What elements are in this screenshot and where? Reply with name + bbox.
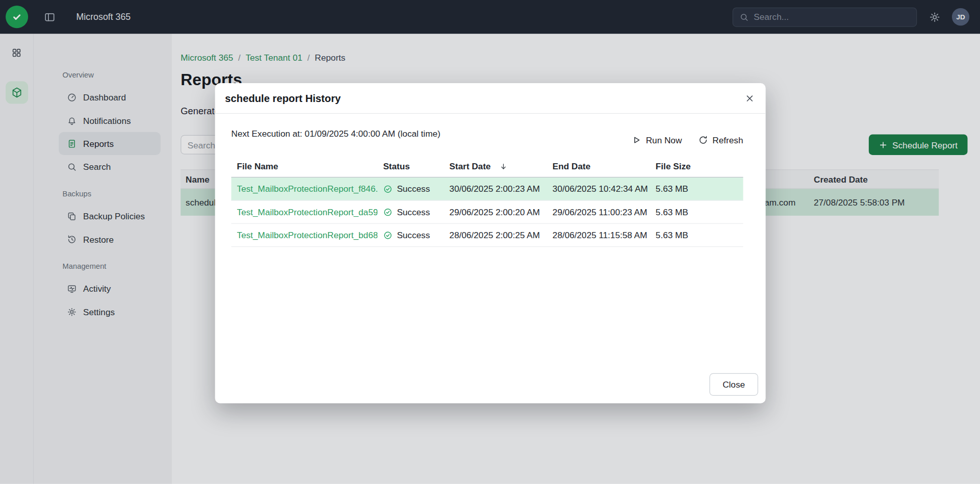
end-date-cell: 30/06/2025 10:42:34 AM: [547, 184, 650, 194]
history-row[interactable]: Test_MailboxProtectionReport_f846...Succ…: [231, 177, 743, 200]
history-row[interactable]: Test_MailboxProtectionReport_bd68...Succ…: [231, 224, 743, 247]
file-size-cell: 5.63 MB: [650, 207, 743, 217]
app-window: Microsoft 365 JD OverviewDashboardNotifi…: [0, 0, 980, 484]
modal-actions: Run Now Refresh: [632, 135, 743, 145]
success-check-icon: [383, 231, 392, 240]
modal-header: schedule report History: [215, 83, 766, 114]
status-text: Success: [397, 207, 430, 217]
report-file-link[interactable]: Test_MailboxProtectionReport_bd68...: [237, 230, 378, 240]
end-date-cell: 29/06/2025 11:00:23 AM: [547, 207, 650, 217]
next-execution-text: Next Execution at: 01/09/2025 4:00:00 AM…: [231, 129, 441, 139]
column-file-name: File Name: [231, 161, 378, 171]
success-check-icon: [383, 184, 392, 193]
refresh-icon: [698, 135, 708, 145]
play-icon: [632, 135, 642, 145]
success-check-icon: [383, 207, 392, 216]
refresh-button[interactable]: Refresh: [698, 135, 743, 145]
column-file-size: File Size: [650, 161, 743, 171]
modal-title: schedule report History: [225, 92, 341, 104]
modal-close-button[interactable]: [745, 93, 754, 103]
close-icon: [745, 93, 754, 103]
history-table: File Name Status Start Date End Date Fil…: [231, 161, 743, 247]
run-now-button[interactable]: Run Now: [632, 135, 682, 145]
history-table-header: File Name Status Start Date End Date Fil…: [231, 161, 743, 177]
report-file-link[interactable]: Test_MailboxProtectionReport_da59...: [237, 207, 378, 217]
report-file-link[interactable]: Test_MailboxProtectionReport_f846...: [237, 184, 378, 194]
modal-close-footer-button[interactable]: Close: [709, 373, 758, 396]
execution-row: Next Execution at: 01/09/2025 4:00:00 AM…: [231, 126, 743, 145]
status-text: Success: [397, 230, 430, 240]
modal-footer: Close: [215, 373, 766, 403]
column-start-date[interactable]: Start Date: [444, 161, 547, 171]
end-date-cell: 28/06/2025 11:15:58 AM: [547, 230, 650, 240]
modal-body: Next Execution at: 01/09/2025 4:00:00 AM…: [215, 114, 766, 373]
status-text: Success: [397, 184, 430, 194]
start-date-cell: 29/06/2025 2:00:20 AM: [444, 207, 547, 217]
refresh-label: Refresh: [712, 135, 743, 145]
column-status: Status: [377, 161, 444, 171]
start-date-cell: 28/06/2025 2:00:25 AM: [444, 230, 547, 240]
file-size-cell: 5.63 MB: [650, 184, 743, 194]
history-table-body: Test_MailboxProtectionReport_f846...Succ…: [231, 177, 743, 247]
start-date-cell: 30/06/2025 2:00:23 AM: [444, 184, 547, 194]
run-now-label: Run Now: [646, 135, 682, 145]
history-row[interactable]: Test_MailboxProtectionReport_da59...Succ…: [231, 200, 743, 223]
schedule-report-history-modal: schedule report History Next Execution a…: [215, 83, 766, 403]
file-size-cell: 5.63 MB: [650, 230, 743, 240]
column-end-date: End Date: [547, 161, 650, 171]
sort-descending-icon[interactable]: [500, 162, 508, 170]
